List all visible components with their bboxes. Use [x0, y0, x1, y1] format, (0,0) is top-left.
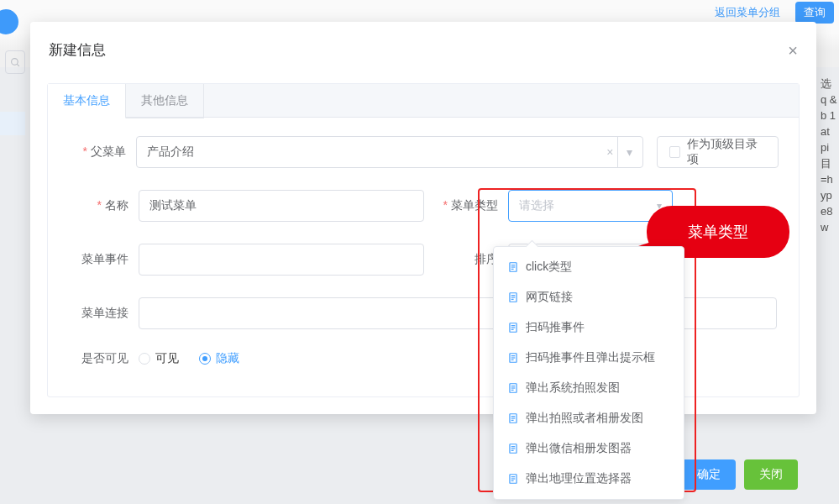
radio-hidden[interactable]: 隐藏 — [199, 351, 239, 366]
menu-type-select[interactable]: 请选择 ▾ — [508, 190, 673, 222]
option-label: 弹出微信相册发图器 — [526, 441, 632, 456]
option-scan-push[interactable]: 扫码推事件 — [494, 312, 684, 343]
document-icon — [507, 291, 519, 303]
radio-hidden-label: 隐藏 — [216, 351, 239, 366]
label-visible: 是否可见 — [63, 351, 139, 366]
document-icon — [507, 382, 519, 394]
label-name: 名称 — [63, 198, 139, 213]
document-icon — [507, 473, 519, 485]
modal-footer: 确定 关闭 — [30, 449, 816, 500]
option-label: click类型 — [526, 260, 572, 275]
radio-visible[interactable]: 可见 — [139, 351, 179, 366]
form-card: 基本信息 其他信息 父菜单 产品介绍 × ▾ 作为 — [47, 83, 800, 397]
create-info-modal: 新建信息 × 基本信息 其他信息 父菜单 产品介绍 × ▾ — [30, 22, 816, 414]
option-label: 弹出地理位置选择器 — [526, 471, 632, 486]
clear-icon[interactable]: × — [606, 146, 613, 158]
chevron-down-icon: ▾ — [627, 145, 632, 159]
tabs-bar: 基本信息 其他信息 — [48, 84, 799, 118]
document-icon — [507, 322, 519, 333]
label-parent-menu: 父菜单 — [63, 144, 136, 160]
menu-type-dropdown: click类型 网页链接 扫码推事件 扫码推事件且弹出提示框 弹出系统拍照发图 … — [493, 246, 684, 500]
option-web-link[interactable]: 网页链接 — [494, 282, 684, 312]
chevron-down-icon: ▾ — [657, 200, 662, 212]
label-menu-event: 菜单事件 — [63, 252, 139, 267]
parent-menu-value: 产品介绍 — [147, 144, 194, 160]
option-click-type[interactable]: click类型 — [494, 252, 684, 282]
option-label: 弹出系统拍照发图 — [526, 381, 620, 396]
close-icon[interactable]: × — [788, 42, 798, 59]
option-label: 扫码推事件且弹出提示框 — [526, 350, 655, 365]
menu-event-input[interactable] — [139, 244, 424, 276]
top-level-checkbox[interactable]: 作为顶级目录项 — [657, 136, 779, 168]
radio-icon — [199, 353, 211, 365]
option-camera-or-album[interactable]: 弹出拍照或者相册发图 — [494, 403, 684, 433]
checkbox-icon — [669, 146, 681, 158]
label-menu-type: 菜单类型 — [441, 198, 508, 213]
menu-type-placeholder: 请选择 — [519, 198, 554, 213]
document-icon — [507, 352, 519, 364]
document-icon — [507, 261, 519, 273]
close-button[interactable]: 关闭 — [744, 459, 798, 490]
option-label: 网页链接 — [526, 290, 573, 305]
modal-title: 新建信息 — [49, 40, 106, 60]
radio-icon — [139, 353, 150, 365]
document-icon — [507, 443, 519, 454]
option-scan-push-alert[interactable]: 扫码推事件且弹出提示框 — [494, 343, 684, 373]
tab-basic-info[interactable]: 基本信息 — [48, 84, 126, 118]
option-label: 扫码推事件 — [526, 320, 585, 335]
option-wechat-album[interactable]: 弹出微信相册发图器 — [494, 433, 684, 464]
option-system-camera[interactable]: 弹出系统拍照发图 — [494, 373, 684, 403]
top-level-label: 作为顶级目录项 — [687, 137, 766, 167]
radio-visible-label: 可见 — [155, 351, 179, 366]
ok-button[interactable]: 确定 — [682, 459, 736, 490]
document-icon — [507, 412, 519, 424]
option-geo-picker[interactable]: 弹出地理位置选择器 — [494, 464, 684, 494]
label-menu-link: 菜单连接 — [63, 306, 139, 321]
option-label: 弹出拍照或者相册发图 — [526, 411, 643, 426]
parent-menu-select[interactable]: 产品介绍 × ▾ — [136, 136, 642, 168]
name-input[interactable] — [139, 190, 424, 222]
tab-other-info[interactable]: 其他信息 — [126, 84, 204, 118]
